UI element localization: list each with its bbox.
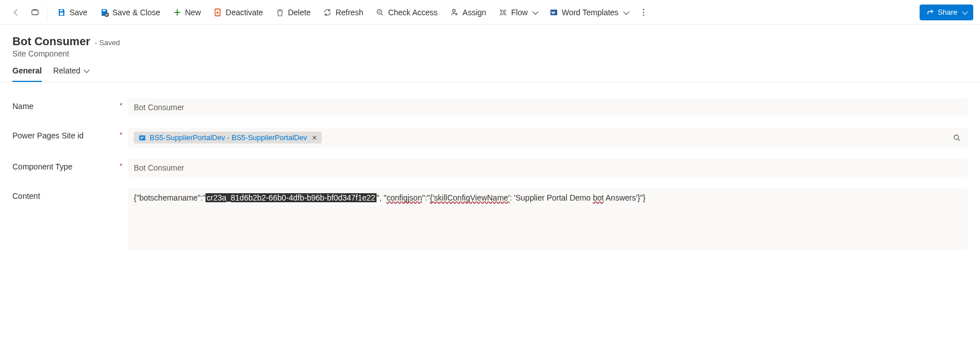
- word-templates-button[interactable]: Word Templates: [544, 3, 633, 21]
- share-icon: [926, 8, 934, 16]
- assign-icon: [450, 8, 459, 17]
- component-type-label: Component Type: [12, 159, 120, 171]
- page-title: Bot Consumer: [12, 35, 90, 48]
- deactivate-label: Deactivate: [226, 8, 263, 17]
- word-templates-icon: [549, 8, 558, 17]
- open-new-window-button[interactable]: [26, 3, 44, 21]
- svg-point-11: [642, 14, 644, 15]
- new-label: New: [185, 8, 201, 17]
- chevron-down-icon: [532, 8, 539, 14]
- more-vertical-icon: [639, 8, 648, 17]
- lookup-search-button[interactable]: [952, 133, 961, 142]
- open-new-window-icon: [30, 8, 40, 17]
- overflow-button[interactable]: [635, 3, 653, 21]
- back-button[interactable]: [7, 3, 25, 21]
- lookup-remove-button[interactable]: ✕: [310, 134, 317, 142]
- required-indicator: [120, 188, 128, 192]
- flow-label: Flow: [511, 8, 528, 17]
- content-value: {"botschemaname":"cr23a_81d6b2b2-66b0-4d…: [134, 192, 645, 204]
- word-templates-label: Word Templates: [562, 8, 619, 17]
- page-header: Bot Consumer - Saved Site Component: [0, 25, 980, 58]
- lookup-link[interactable]: BS5-SupplierPortalDev - BS5-SupplierPort…: [150, 133, 307, 142]
- delete-button[interactable]: Delete: [270, 3, 316, 21]
- chevron-down-icon: [84, 67, 90, 73]
- component-type-value: Bot Consumer: [134, 163, 184, 172]
- back-icon: [11, 8, 20, 17]
- svg-point-10: [642, 11, 644, 12]
- tab-general-label: General: [12, 66, 42, 75]
- svg-rect-0: [32, 10, 38, 15]
- required-indicator: *: [120, 128, 128, 139]
- field-name: Name * Bot Consumer: [12, 98, 968, 116]
- svg-rect-13: [141, 137, 145, 137]
- assign-label: Assign: [462, 8, 486, 17]
- command-bar: Save Save & Close New Deactivate Delete …: [0, 0, 980, 25]
- search-icon: [952, 133, 961, 142]
- share-button[interactable]: Share: [920, 5, 973, 20]
- save-icon: [57, 8, 66, 17]
- field-power-pages-site: Power Pages Site id * BS5-SupplierPortal…: [12, 128, 968, 147]
- content-textarea[interactable]: {"botschemaname":"cr23a_81d6b2b2-66b0-4d…: [128, 188, 968, 250]
- plus-icon: [173, 8, 182, 17]
- save-close-button[interactable]: Save & Close: [94, 3, 166, 21]
- refresh-label: Refresh: [335, 8, 363, 17]
- deactivate-icon: [213, 8, 222, 17]
- selected-text: cr23a_81d6b2b2-66b0-4dfb-b96b-bf0d347f1e…: [205, 193, 377, 202]
- refresh-button[interactable]: Refresh: [317, 3, 369, 21]
- svg-rect-14: [141, 138, 143, 138]
- share-label: Share: [938, 8, 957, 16]
- required-indicator: *: [120, 98, 128, 110]
- field-component-type: Component Type * Bot Consumer: [12, 159, 968, 177]
- svg-rect-3: [103, 10, 106, 11]
- name-input[interactable]: Bot Consumer: [128, 98, 968, 116]
- flow-button[interactable]: Flow: [493, 3, 542, 21]
- tab-general[interactable]: General: [12, 66, 42, 82]
- name-value: Bot Consumer: [134, 103, 184, 112]
- save-button[interactable]: Save: [51, 3, 93, 21]
- tab-related-label: Related: [53, 66, 80, 75]
- delete-label: Delete: [288, 8, 310, 17]
- save-label: Save: [69, 8, 88, 17]
- save-close-label: Save & Close: [112, 8, 160, 17]
- chevron-down-icon: [962, 8, 968, 14]
- component-type-input[interactable]: Bot Consumer: [128, 159, 968, 177]
- check-access-icon: [375, 8, 384, 17]
- svg-point-7: [453, 9, 456, 12]
- site-lookup[interactable]: BS5-SupplierPortalDev - BS5-SupplierPort…: [128, 128, 968, 147]
- site-label: Power Pages Site id: [12, 128, 120, 140]
- form-general: Name * Bot Consumer Power Pages Site id …: [0, 82, 980, 277]
- delete-icon: [275, 8, 285, 17]
- flow-icon: [498, 8, 508, 17]
- field-content: Content {"botschemaname":"cr23a_81d6b2b2…: [12, 188, 968, 250]
- assign-button[interactable]: Assign: [444, 3, 492, 21]
- required-indicator: *: [120, 159, 128, 170]
- save-close-icon: [100, 8, 109, 17]
- deactivate-button[interactable]: Deactivate: [208, 3, 269, 21]
- content-label: Content: [12, 188, 120, 201]
- tab-related[interactable]: Related: [53, 66, 88, 82]
- lookup-tag[interactable]: BS5-SupplierPortalDev - BS5-SupplierPort…: [134, 132, 322, 143]
- svg-point-15: [954, 135, 959, 140]
- chevron-down-icon: [623, 8, 629, 14]
- check-access-button[interactable]: Check Access: [370, 3, 443, 21]
- name-label: Name: [12, 98, 120, 111]
- divider: [47, 6, 48, 19]
- check-access-label: Check Access: [388, 8, 438, 17]
- svg-rect-12: [139, 135, 146, 140]
- tabs: General Related: [0, 58, 980, 82]
- svg-rect-1: [60, 10, 63, 11]
- entity-name: Site Component: [12, 49, 968, 58]
- refresh-icon: [323, 8, 332, 17]
- new-button[interactable]: New: [167, 3, 207, 21]
- save-status: - Saved: [95, 38, 120, 47]
- svg-point-9: [642, 8, 644, 10]
- svg-rect-2: [60, 12, 63, 15]
- entity-icon: [138, 134, 146, 142]
